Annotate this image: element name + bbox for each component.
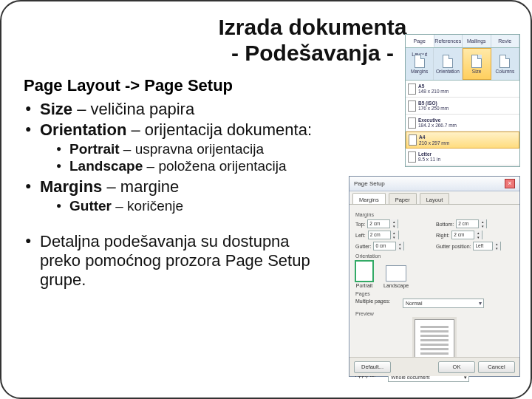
size-name: A4 bbox=[419, 134, 449, 140]
portrait-label: Portrait bbox=[356, 283, 373, 288]
size-dropdown: A5148 x 210 mm B5 (ISO)176 x 250 mm Exec… bbox=[406, 81, 519, 166]
dialog-tab-layout: Layout bbox=[420, 193, 450, 204]
slide-frame: Izrada dokumenta - Podešavanja - Page La… bbox=[0, 0, 532, 399]
term-margins: Margins bbox=[40, 177, 102, 196]
size-name: Executive bbox=[418, 117, 457, 123]
landscape-icon bbox=[386, 265, 406, 282]
ribbon-tab-references: References bbox=[434, 35, 463, 47]
spin-gutter: 0 cm bbox=[373, 242, 404, 250]
ribbon-btn-columns-label: Columns bbox=[496, 69, 515, 74]
spin-top: 2 cm bbox=[367, 219, 398, 228]
page-setup-dialog: Page Setup × Margins Paper Layout Margin… bbox=[349, 176, 520, 377]
dialog-title: Page Setup bbox=[354, 180, 385, 187]
label-top: Top: bbox=[355, 222, 365, 227]
size-name: B5 (ISO) bbox=[418, 100, 449, 106]
term-orientation: Orientation bbox=[40, 120, 126, 139]
preview-group-label: Preview bbox=[355, 311, 514, 316]
desc-orientation: – orijentacija dokumenta: bbox=[126, 120, 312, 139]
sel-gutter-pos: Left bbox=[473, 242, 501, 250]
paper-icon bbox=[408, 151, 416, 163]
paper-icon bbox=[408, 117, 416, 129]
cancel-button: Cancel bbox=[478, 361, 515, 373]
ribbon-btn-size: Size bbox=[463, 48, 491, 80]
term-size: Size bbox=[40, 100, 72, 118]
pages-group-label: Pages bbox=[355, 291, 514, 296]
title-line-1: Izrada dokumenta bbox=[218, 15, 406, 39]
landscape-label: Landscape bbox=[383, 283, 409, 288]
paper-icon bbox=[409, 134, 417, 146]
ok-button: OK bbox=[438, 361, 475, 373]
orientation-landscape: Landscape bbox=[383, 261, 409, 288]
label-gutter-pos: Gutter position: bbox=[436, 244, 471, 249]
size-dim: 184.2 x 266.7 mm bbox=[418, 123, 457, 128]
ribbon-btn-columns: Columns bbox=[491, 48, 519, 80]
columns-icon bbox=[499, 55, 510, 68]
ribbon-tab-mailings: Mailings bbox=[463, 35, 491, 47]
desc-gutter: – koričenje bbox=[112, 198, 183, 214]
size-name: Letter bbox=[418, 151, 440, 157]
size-dim: 8.5 x 11 in bbox=[418, 157, 440, 162]
size-icon bbox=[471, 55, 482, 68]
margins-icon bbox=[415, 55, 425, 68]
spin-right: 2 cm bbox=[451, 231, 482, 239]
paper-icon bbox=[408, 100, 416, 112]
size-option-b5: B5 (ISO)176 x 250 mm bbox=[406, 98, 519, 115]
ribbon-btn-size-label: Size bbox=[472, 69, 482, 74]
orientation-group-label: Orientation bbox=[355, 253, 514, 259]
dialog-tab-paper: Paper bbox=[389, 193, 417, 204]
ribbon-btn-orientation: Orientation bbox=[434, 48, 462, 80]
ribbon-btn-margins-label: Margins bbox=[411, 69, 428, 74]
ribbon-btn-orientation-label: Orientation bbox=[436, 69, 460, 74]
dialog-tab-margins: Margins bbox=[352, 193, 386, 204]
spin-left: 2 cm bbox=[368, 231, 399, 239]
size-dim: 176 x 250 mm bbox=[418, 106, 449, 111]
paper-icon bbox=[408, 83, 416, 95]
close-icon: × bbox=[505, 179, 515, 188]
size-dim: 210 x 297 mm bbox=[419, 140, 449, 146]
size-name: A5 bbox=[418, 83, 449, 89]
ribbon-tab-review: Revie bbox=[491, 35, 520, 47]
size-option-letter: Letter8.5 x 11 in bbox=[406, 149, 519, 166]
sel-multiple-pages: Normal bbox=[403, 299, 484, 308]
desc-landscape: – položena orijentacija bbox=[143, 158, 286, 174]
label-right: Right: bbox=[436, 233, 449, 238]
label-left: Left: bbox=[355, 233, 366, 238]
label-multiple-pages: Multiple pages: bbox=[355, 299, 400, 308]
desc-portrait: – uspravna orijentacija bbox=[120, 141, 264, 157]
default-button: Default... bbox=[354, 361, 391, 373]
ribbon-thumbnail: Page Layout References Mailings Revie Ma… bbox=[405, 34, 520, 167]
orientation-icon bbox=[443, 55, 453, 68]
title-line-2: - Podešavanja - bbox=[231, 41, 394, 65]
size-option-a5: A5148 x 210 mm bbox=[406, 81, 519, 98]
spin-bottom: 2 cm bbox=[456, 219, 487, 228]
term-landscape: Landscape bbox=[69, 158, 143, 174]
label-gutter: Gutter: bbox=[355, 244, 371, 249]
bullet-details: Detaljna podešavanja su dostupna preko p… bbox=[24, 232, 319, 290]
size-option-executive: Executive184.2 x 266.7 mm bbox=[406, 115, 519, 132]
term-gutter: Gutter bbox=[69, 198, 112, 214]
term-portrait: Portrait bbox=[69, 141, 120, 157]
size-option-a4: A4210 x 297 mm bbox=[406, 132, 519, 149]
size-dim: 148 x 210 mm bbox=[418, 89, 449, 94]
label-bottom: Bottom: bbox=[436, 222, 454, 227]
portrait-icon bbox=[355, 261, 373, 282]
desc-size: – veličina papira bbox=[72, 100, 194, 118]
margins-group-label: Margins bbox=[355, 212, 514, 217]
orientation-portrait: Portrait bbox=[355, 261, 373, 288]
desc-margins: – margine bbox=[102, 177, 179, 196]
ribbon-btn-margins: Margins bbox=[406, 48, 434, 80]
ribbon-tab-page-layout: Page Layout bbox=[406, 35, 434, 47]
